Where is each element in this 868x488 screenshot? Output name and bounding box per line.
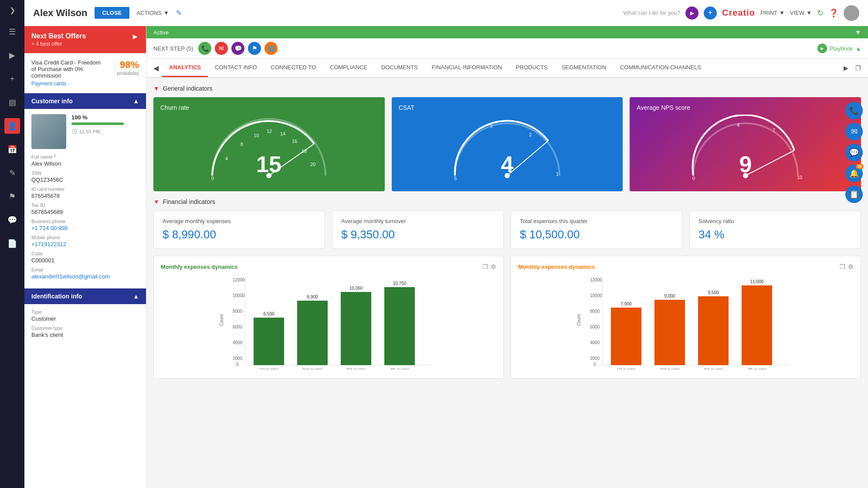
id-card-field: ID card number 876545678 <box>31 186 139 199</box>
edit-icon[interactable]: ✎ <box>176 9 182 17</box>
tabs-expand-icon[interactable]: ❐ <box>852 61 865 75</box>
content-area: Next Best Offers + 4 best offer ► Visa C… <box>24 26 868 488</box>
help-icon[interactable]: ❓ <box>829 8 838 18</box>
float-chat-button[interactable]: 💬 <box>845 144 863 161</box>
svg-text:1st quarter: 1st quarter <box>617 367 635 369</box>
ssn-value: QQ123456C <box>31 176 139 183</box>
next-best-offers-header[interactable]: Next Best Offers + 4 best offer ► <box>24 26 146 53</box>
churn-rate-card: Churn rate 15 <box>153 97 385 191</box>
sidebar-nav-docs[interactable]: 📄 <box>4 236 20 251</box>
step-email-icon[interactable]: ✉ <box>215 42 228 55</box>
svg-text:4th quarter: 4th quarter <box>747 367 766 369</box>
main-content: Alex Wilson CLOSE ACTIONS ▼ ✎ What can I… <box>24 0 868 488</box>
float-phone-button[interactable]: 📞 <box>845 102 863 119</box>
svg-rect-68 <box>742 285 772 365</box>
customer-info-header[interactable]: Customer info ▲ <box>24 93 146 109</box>
general-indicators-title[interactable]: ▼ General indicators <box>153 85 861 92</box>
orange-chart-expand-icon[interactable]: ❐ <box>840 263 845 270</box>
tab-compliance[interactable]: COMPLIANCE <box>323 59 374 77</box>
refresh-icon[interactable]: ↻ <box>817 8 824 18</box>
float-notification-button[interactable]: 🔔 20 <box>845 165 863 182</box>
sidebar-nav-plus[interactable]: + <box>4 71 20 87</box>
svg-text:2nd quarter: 2nd quarter <box>660 367 680 369</box>
orange-chart-settings-icon[interactable]: ⚙ <box>848 263 854 270</box>
identification-info-header[interactable]: Identification info ▲ <box>24 288 146 304</box>
churn-rate-gauge: 15 0 4 8 10 12 14 16 18 20 <box>199 115 339 184</box>
total-expenses-quarter-value: $ 10,500.00 <box>520 228 673 241</box>
tab-communication-channels[interactable]: COMMUNICATION CHANNELS <box>613 59 708 77</box>
customer-type-value: Bank's client <box>31 332 139 338</box>
play-button[interactable]: ▶ <box>685 7 698 20</box>
tax-id-field: Tax ID 5676545689 <box>31 203 139 215</box>
mobile-phone-value[interactable]: +1719122312 <box>31 241 139 247</box>
step-chat-icon[interactable]: 💬 <box>231 42 244 55</box>
playbook-collapse-icon: ▲ <box>855 45 861 52</box>
user-avatar[interactable] <box>844 5 859 21</box>
next-step-label: NEXT STEP (5) <box>153 45 193 52</box>
tabs-next-arrow[interactable]: ▶ <box>840 61 852 75</box>
step-task-icon[interactable]: ⚑ <box>248 42 261 55</box>
add-button[interactable]: + <box>704 7 717 20</box>
customer-avatar-image <box>31 114 66 149</box>
full-name-value: Alex Wilson <box>31 160 139 167</box>
customer-type-field: Customer type Bank's client <box>31 325 139 338</box>
tab-contact-info[interactable]: CONTACT INFO <box>208 59 264 77</box>
tabs-bar: ◀ ANALYTICS CONTACT INFO CONNECTED TO CO… <box>146 59 868 78</box>
green-chart-expand-icon[interactable]: ❐ <box>482 263 488 270</box>
financial-indicators-icon: ▼ <box>153 198 159 205</box>
csat-card: CSAT 4 5 3 2 1 <box>392 97 623 191</box>
type-field: Type Customer <box>31 309 139 322</box>
playbook-icon: ► <box>817 44 827 53</box>
nbo-subtitle: + 4 best offer <box>31 41 86 47</box>
business-phone-value[interactable]: +1 724 00 998 <box>31 225 139 231</box>
green-chart-settings-icon[interactable]: ⚙ <box>491 263 496 270</box>
financial-indicators-title[interactable]: ▼ Financial indicators <box>153 198 861 205</box>
tab-connected-to[interactable]: CONNECTED TO <box>264 59 323 77</box>
top-header: Alex Wilson CLOSE ACTIONS ▼ ✎ What can I… <box>24 0 868 26</box>
right-floating-panel: 📞 ✉ 💬 🔔 20 📋 <box>842 98 866 207</box>
step-icons: 📞 ✉ 💬 ⚑ 🌐 <box>198 42 278 55</box>
sidebar-nav-calendar[interactable]: 📅 <box>4 142 20 157</box>
svg-text:3rd quarter: 3rd quarter <box>704 367 723 369</box>
svg-text:20: 20 <box>310 162 315 167</box>
view-button[interactable]: VIEW ▼ <box>790 10 812 16</box>
email-value[interactable]: alexander01wilson@gmail.com <box>31 273 139 280</box>
float-list-button[interactable]: 📋 <box>845 186 863 203</box>
active-status-bar[interactable]: Active ▼ <box>146 26 868 38</box>
sidebar-nav-chat[interactable]: 💬 <box>4 212 20 228</box>
svg-text:0: 0 <box>692 176 695 181</box>
svg-text:7: 7 <box>773 128 775 133</box>
nbo-link[interactable]: Payment cards <box>31 81 101 87</box>
sidebar-expand-arrow[interactable]: ❯ <box>8 4 17 16</box>
svg-text:11,000: 11,000 <box>750 279 764 284</box>
print-button[interactable]: PRINT ▼ <box>760 10 785 16</box>
sidebar-nav-chart[interactable]: ▤ <box>4 95 20 110</box>
close-button[interactable]: CLOSE <box>95 7 130 19</box>
sidebar-nav-play[interactable]: ▶ <box>4 47 20 63</box>
tab-segmentation[interactable]: SEGMENTATION <box>555 59 613 77</box>
notification-badge: 20 <box>856 164 864 169</box>
ssn-label: SSN <box>31 170 139 176</box>
view-chevron-icon: ▼ <box>806 10 812 16</box>
svg-text:10000: 10000 <box>590 293 602 298</box>
svg-text:12000: 12000 <box>233 278 245 282</box>
step-phone-icon[interactable]: 📞 <box>198 42 211 55</box>
float-email-button[interactable]: ✉ <box>845 123 863 140</box>
sidebar-nav-flag[interactable]: ⚑ <box>4 189 20 204</box>
customer-info-body: 100 % 🕓 11:55 PM, Full name * <box>24 109 146 288</box>
tab-documents[interactable]: DOCUMENTS <box>374 59 425 77</box>
tab-products[interactable]: PRODUCTS <box>509 59 555 77</box>
tab-financial-information[interactable]: FINANCIAL INFORMATION <box>425 59 509 77</box>
sidebar-nav-user[interactable]: 👤 <box>4 118 20 134</box>
step-web-icon[interactable]: 🌐 <box>264 42 278 55</box>
total-expenses-quarter-card: Total expenses this quarter $ 10,500.00 <box>511 210 682 249</box>
sidebar-nav-home[interactable]: ☰ <box>4 24 20 40</box>
tab-analytics[interactable]: ANALYTICS <box>162 59 208 77</box>
playbook-button[interactable]: ► Playbook ▲ <box>817 44 861 53</box>
avg-monthly-expenses-card: Average monthly expenses $ 8,990.00 <box>153 210 325 249</box>
tabs-prev-arrow[interactable]: ◀ <box>150 61 162 76</box>
sidebar-nav-tasks[interactable]: ✎ <box>4 165 20 181</box>
actions-button[interactable]: ACTIONS ▼ <box>136 10 169 16</box>
avg-monthly-expenses-value: $ 8,990.00 <box>163 228 316 241</box>
svg-text:6000: 6000 <box>590 325 600 329</box>
